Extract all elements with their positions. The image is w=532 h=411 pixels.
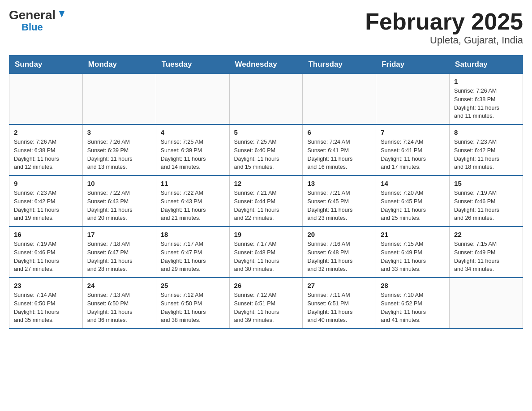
calendar-cell: 4Sunrise: 7:25 AMSunset: 6:39 PMDaylight… — [156, 124, 229, 176]
calendar-cell: 16Sunrise: 7:19 AMSunset: 6:46 PMDayligh… — [9, 227, 83, 278]
calendar-week-row: 2Sunrise: 7:26 AMSunset: 6:38 PMDaylight… — [9, 124, 523, 176]
day-info: Sunrise: 7:24 AMSunset: 6:41 PMDaylight:… — [381, 138, 445, 171]
weekday-header-tuesday: Tuesday — [156, 56, 229, 74]
weekday-header-friday: Friday — [376, 56, 450, 74]
day-number: 18 — [161, 231, 225, 238]
day-number: 23 — [14, 282, 78, 289]
calendar-cell: 26Sunrise: 7:12 AMSunset: 6:51 PMDayligh… — [229, 278, 303, 329]
svg-marker-0 — [59, 11, 64, 17]
day-info: Sunrise: 7:15 AMSunset: 6:49 PMDaylight:… — [381, 240, 445, 274]
calendar-cell: 7Sunrise: 7:24 AMSunset: 6:41 PMDaylight… — [376, 124, 450, 176]
day-number: 11 — [161, 180, 225, 187]
title-block: February 2025 Upleta, Gujarat, India — [365, 9, 523, 46]
day-number: 19 — [234, 231, 298, 238]
day-number: 5 — [234, 128, 298, 136]
calendar-cell: 2Sunrise: 7:26 AMSunset: 6:38 PMDaylight… — [9, 124, 83, 176]
month-title: February 2025 — [365, 9, 523, 34]
day-number: 22 — [454, 231, 518, 238]
calendar-cell: 3Sunrise: 7:26 AMSunset: 6:39 PMDaylight… — [82, 124, 156, 176]
calendar-table: SundayMondayTuesdayWednesdayThursdayFrid… — [9, 55, 523, 329]
weekday-header-wednesday: Wednesday — [229, 56, 303, 74]
calendar-cell: 11Sunrise: 7:22 AMSunset: 6:43 PMDayligh… — [156, 176, 229, 227]
calendar-cell: 1Sunrise: 7:26 AMSunset: 6:38 PMDaylight… — [450, 74, 523, 125]
day-info: Sunrise: 7:11 AMSunset: 6:51 PMDaylight:… — [307, 291, 371, 325]
calendar-cell: 21Sunrise: 7:15 AMSunset: 6:49 PMDayligh… — [376, 227, 450, 278]
calendar-week-row: 16Sunrise: 7:19 AMSunset: 6:46 PMDayligh… — [9, 227, 523, 278]
day-info: Sunrise: 7:24 AMSunset: 6:41 PMDaylight:… — [307, 138, 371, 171]
day-info: Sunrise: 7:25 AMSunset: 6:40 PMDaylight:… — [234, 138, 298, 171]
day-number: 6 — [307, 128, 371, 136]
day-info: Sunrise: 7:17 AMSunset: 6:48 PMDaylight:… — [234, 240, 298, 274]
calendar-cell — [82, 74, 156, 125]
day-info: Sunrise: 7:17 AMSunset: 6:47 PMDaylight:… — [161, 240, 225, 274]
day-number: 4 — [161, 128, 225, 136]
calendar-cell — [450, 278, 523, 329]
day-info: Sunrise: 7:23 AMSunset: 6:42 PMDaylight:… — [454, 138, 518, 171]
day-info: Sunrise: 7:21 AMSunset: 6:44 PMDaylight:… — [234, 189, 298, 223]
calendar-cell: 22Sunrise: 7:15 AMSunset: 6:49 PMDayligh… — [450, 227, 523, 278]
calendar-cell: 8Sunrise: 7:23 AMSunset: 6:42 PMDaylight… — [450, 124, 523, 176]
day-number: 17 — [87, 231, 151, 238]
calendar-cell: 9Sunrise: 7:23 AMSunset: 6:42 PMDaylight… — [9, 176, 83, 227]
day-info: Sunrise: 7:26 AMSunset: 6:39 PMDaylight:… — [87, 138, 151, 171]
calendar-cell: 6Sunrise: 7:24 AMSunset: 6:41 PMDaylight… — [303, 124, 376, 176]
day-number: 13 — [307, 180, 371, 187]
day-number: 8 — [454, 128, 518, 136]
calendar-cell — [229, 74, 303, 125]
weekday-header-saturday: Saturday — [450, 56, 523, 74]
day-info: Sunrise: 7:12 AMSunset: 6:51 PMDaylight:… — [234, 291, 298, 325]
day-number: 14 — [381, 180, 445, 187]
calendar-cell: 15Sunrise: 7:19 AMSunset: 6:46 PMDayligh… — [450, 176, 523, 227]
calendar-cell — [303, 74, 376, 125]
weekday-header-monday: Monday — [82, 56, 156, 74]
day-info: Sunrise: 7:22 AMSunset: 6:43 PMDaylight:… — [161, 189, 225, 223]
calendar-cell: 17Sunrise: 7:18 AMSunset: 6:47 PMDayligh… — [82, 227, 156, 278]
calendar-cell: 19Sunrise: 7:17 AMSunset: 6:48 PMDayligh… — [229, 227, 303, 278]
day-info: Sunrise: 7:22 AMSunset: 6:43 PMDaylight:… — [87, 189, 151, 223]
calendar-cell — [156, 74, 229, 125]
weekday-header-thursday: Thursday — [303, 56, 376, 74]
calendar-cell — [376, 74, 450, 125]
day-number: 21 — [381, 231, 445, 238]
day-info: Sunrise: 7:14 AMSunset: 6:50 PMDaylight:… — [14, 291, 78, 325]
calendar-week-row: 1Sunrise: 7:26 AMSunset: 6:38 PMDaylight… — [9, 74, 523, 125]
day-number: 1 — [454, 77, 518, 85]
calendar-week-row: 9Sunrise: 7:23 AMSunset: 6:42 PMDaylight… — [9, 176, 523, 227]
day-number: 3 — [87, 128, 151, 136]
day-number: 24 — [87, 282, 151, 289]
logo-triangle-icon — [56, 9, 66, 19]
calendar-cell: 14Sunrise: 7:20 AMSunset: 6:45 PMDayligh… — [376, 176, 450, 227]
day-number: 10 — [87, 180, 151, 187]
day-info: Sunrise: 7:25 AMSunset: 6:39 PMDaylight:… — [161, 138, 225, 171]
day-info: Sunrise: 7:12 AMSunset: 6:50 PMDaylight:… — [161, 291, 225, 325]
day-number: 9 — [14, 180, 78, 187]
weekday-header-row: SundayMondayTuesdayWednesdayThursdayFrid… — [9, 56, 523, 74]
logo-general-text: General — [9, 9, 56, 21]
day-info: Sunrise: 7:19 AMSunset: 6:46 PMDaylight:… — [454, 189, 518, 223]
day-info: Sunrise: 7:19 AMSunset: 6:46 PMDaylight:… — [14, 240, 78, 274]
location-subtitle: Upleta, Gujarat, India — [365, 34, 523, 46]
day-info: Sunrise: 7:10 AMSunset: 6:52 PMDaylight:… — [381, 291, 445, 325]
calendar-cell — [9, 74, 83, 125]
day-number: 27 — [307, 282, 371, 289]
calendar-cell: 20Sunrise: 7:16 AMSunset: 6:48 PMDayligh… — [303, 227, 376, 278]
logo-blue-text: Blue — [21, 21, 43, 33]
calendar-cell: 23Sunrise: 7:14 AMSunset: 6:50 PMDayligh… — [9, 278, 83, 329]
calendar-cell: 28Sunrise: 7:10 AMSunset: 6:52 PMDayligh… — [376, 278, 450, 329]
day-number: 2 — [14, 128, 78, 136]
day-number: 25 — [161, 282, 225, 289]
day-info: Sunrise: 7:26 AMSunset: 6:38 PMDaylight:… — [454, 87, 518, 120]
calendar-cell: 24Sunrise: 7:13 AMSunset: 6:50 PMDayligh… — [82, 278, 156, 329]
day-number: 12 — [234, 180, 298, 187]
calendar-week-row: 23Sunrise: 7:14 AMSunset: 6:50 PMDayligh… — [9, 278, 523, 329]
weekday-header-sunday: Sunday — [9, 56, 83, 74]
day-info: Sunrise: 7:15 AMSunset: 6:49 PMDaylight:… — [454, 240, 518, 274]
calendar-cell: 25Sunrise: 7:12 AMSunset: 6:50 PMDayligh… — [156, 278, 229, 329]
day-number: 15 — [454, 180, 518, 187]
day-number: 28 — [381, 282, 445, 289]
calendar-cell: 13Sunrise: 7:21 AMSunset: 6:45 PMDayligh… — [303, 176, 376, 227]
day-number: 20 — [307, 231, 371, 238]
day-info: Sunrise: 7:23 AMSunset: 6:42 PMDaylight:… — [14, 189, 78, 223]
calendar-cell: 18Sunrise: 7:17 AMSunset: 6:47 PMDayligh… — [156, 227, 229, 278]
day-info: Sunrise: 7:26 AMSunset: 6:38 PMDaylight:… — [14, 138, 78, 171]
